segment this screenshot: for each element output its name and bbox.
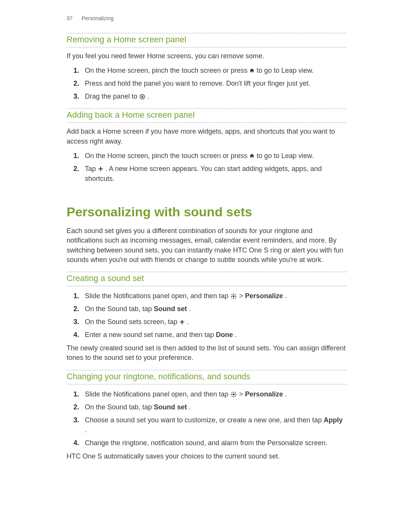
h1-personalizing-sound-sets: Personalizing with sound sets (67, 204, 346, 219)
section-divider: Adding back a Home screen panel (67, 108, 346, 123)
step-text: On the Home screen, pinch the touch scre… (85, 152, 249, 160)
steps-list: On the Home screen, pinch the touch scre… (67, 151, 346, 184)
svg-point-1 (233, 295, 235, 297)
section-title-removing: Removing a Home screen panel (67, 35, 346, 45)
step-bold: Personalize (245, 292, 283, 300)
home-icon (249, 68, 255, 73)
section-intro: If you feel you need fewer Home screens,… (67, 51, 346, 61)
section-outro: HTC One S automatically saves your choic… (67, 452, 346, 461)
step-bold: Apply (323, 416, 342, 424)
steps-list: Slide the Notifications panel open, and … (67, 389, 346, 448)
step-text: . (285, 390, 287, 398)
step-text: Change the ringtone, notification sound,… (85, 439, 327, 447)
step-text: Drag the panel to (85, 93, 139, 100)
section-title-adding: Adding back a Home screen panel (67, 110, 346, 120)
step-item: On the Sound tab, tap Sound set . (85, 304, 346, 314)
section-outro: The newly created sound set is then adde… (67, 343, 346, 363)
svg-line-7 (235, 297, 236, 298)
step-item: Press and hold the panel you want to rem… (85, 78, 346, 88)
step-bold: Done (216, 331, 233, 339)
step-text: Enter a new sound set name, and then tap (85, 331, 216, 339)
step-text: . (147, 93, 149, 100)
svg-line-18 (235, 392, 236, 393)
svg-line-9 (235, 294, 236, 295)
step-text: Choose a sound set you want to customize… (85, 416, 323, 424)
manual-page: 37 Personalizing Removing a Home screen … (0, 0, 411, 495)
svg-line-8 (232, 297, 233, 298)
step-text: On the Sound sets screen, tap (85, 318, 179, 326)
step-bold: Personalize (245, 390, 283, 398)
home-icon (249, 153, 255, 158)
svg-line-15 (232, 392, 233, 393)
step-text: On the Sound tab, tap (85, 403, 154, 411)
svg-line-6 (232, 294, 233, 295)
section-divider: Changing your ringtone, notifications, a… (67, 370, 346, 385)
step-text: . (189, 403, 191, 411)
step-item: Enter a new sound set name, and then tap… (85, 330, 346, 340)
header-section: Personalizing (81, 15, 113, 21)
section-title-changing-sounds: Changing your ringtone, notifications, a… (67, 372, 346, 382)
step-text: . (85, 426, 87, 434)
section-intro: Add back a Home screen if you have more … (67, 127, 346, 146)
step-text: . (235, 331, 237, 339)
steps-list: Slide the Notifications panel open, and … (67, 291, 346, 340)
step-item: Slide the Notifications panel open, and … (85, 291, 346, 301)
step-text: . (187, 318, 189, 326)
step-item: Tap . A new Home screen appears. You can… (85, 164, 346, 184)
svg-point-10 (233, 393, 235, 395)
step-text: On the Sound tab, tap (85, 305, 154, 313)
step-item: Choose a sound set you want to customize… (85, 415, 346, 435)
section-title-creating-sound-set: Creating a sound set (67, 273, 346, 283)
step-text: . (285, 292, 287, 300)
step-item: On the Home screen, pinch the touch scre… (85, 66, 346, 75)
svg-line-16 (235, 396, 236, 396)
gear-icon (230, 293, 237, 300)
step-text: On the Home screen, pinch the touch scre… (85, 67, 249, 74)
step-text: . (189, 305, 191, 313)
step-text: > (239, 390, 245, 398)
section-divider: Removing a Home screen panel (67, 33, 346, 48)
step-item: On the Home screen, pinch the touch scre… (85, 151, 346, 161)
step-item: Change the ringtone, notification sound,… (85, 438, 346, 448)
step-text: Press and hold the panel you want to rem… (85, 80, 311, 87)
step-bold: Sound set (154, 305, 187, 313)
section-divider: Creating a sound set (67, 272, 346, 286)
step-text: to go to Leap view. (256, 152, 314, 160)
step-text: . A new Home screen appears. You can sta… (85, 165, 322, 182)
step-item: On the Sound sets screen, tap . (85, 317, 346, 327)
step-bold: Sound set (154, 403, 187, 411)
gear-icon (230, 391, 237, 398)
step-text: to go to Leap view. (256, 67, 314, 74)
step-text: Slide the Notifications panel open, and … (85, 390, 230, 398)
page-number: 37 (67, 15, 73, 21)
step-text: > (239, 292, 245, 300)
step-item: Slide the Notifications panel open, and … (85, 389, 346, 399)
page-header: 37 Personalizing (67, 15, 346, 21)
remove-circle-icon (139, 94, 145, 100)
step-item: Drag the panel to . (85, 91, 346, 101)
steps-list: On the Home screen, pinch the touch scre… (67, 66, 346, 101)
step-text: Slide the Notifications panel open, and … (85, 292, 230, 300)
plus-icon (98, 166, 104, 172)
plus-icon (179, 319, 185, 325)
section-intro: Each sound set gives you a different com… (67, 226, 346, 265)
step-item: On the Sound tab, tap Sound set . (85, 402, 346, 412)
svg-line-17 (232, 396, 233, 396)
step-text: Tap (85, 165, 98, 173)
